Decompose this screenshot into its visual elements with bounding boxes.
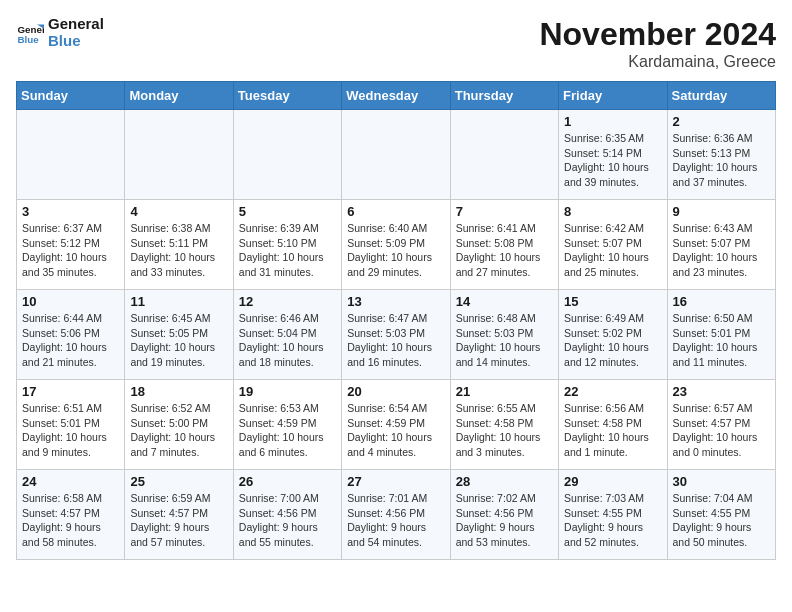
day-info: Sunrise: 6:56 AMSunset: 4:58 PMDaylight:… [564, 401, 661, 460]
day-number: 4 [130, 204, 227, 219]
day-info: Sunrise: 6:49 AMSunset: 5:02 PMDaylight:… [564, 311, 661, 370]
day-number: 16 [673, 294, 770, 309]
day-number: 24 [22, 474, 119, 489]
day-info: Sunrise: 6:51 AMSunset: 5:01 PMDaylight:… [22, 401, 119, 460]
table-row: 9Sunrise: 6:43 AMSunset: 5:07 PMDaylight… [667, 200, 775, 290]
table-row: 17Sunrise: 6:51 AMSunset: 5:01 PMDayligh… [17, 380, 125, 470]
day-number: 18 [130, 384, 227, 399]
day-info: Sunrise: 6:50 AMSunset: 5:01 PMDaylight:… [673, 311, 770, 370]
calendar-table: Sunday Monday Tuesday Wednesday Thursday… [16, 81, 776, 560]
day-number: 21 [456, 384, 553, 399]
calendar-week-row: 10Sunrise: 6:44 AMSunset: 5:06 PMDayligh… [17, 290, 776, 380]
table-row: 12Sunrise: 6:46 AMSunset: 5:04 PMDayligh… [233, 290, 341, 380]
day-info: Sunrise: 6:37 AMSunset: 5:12 PMDaylight:… [22, 221, 119, 280]
day-number: 10 [22, 294, 119, 309]
day-number: 14 [456, 294, 553, 309]
header-thursday: Thursday [450, 82, 558, 110]
table-row: 25Sunrise: 6:59 AMSunset: 4:57 PMDayligh… [125, 470, 233, 560]
day-info: Sunrise: 6:46 AMSunset: 5:04 PMDaylight:… [239, 311, 336, 370]
table-row: 30Sunrise: 7:04 AMSunset: 4:55 PMDayligh… [667, 470, 775, 560]
day-info: Sunrise: 7:00 AMSunset: 4:56 PMDaylight:… [239, 491, 336, 550]
location-title: Kardamaina, Greece [539, 53, 776, 71]
header-saturday: Saturday [667, 82, 775, 110]
table-row: 20Sunrise: 6:54 AMSunset: 4:59 PMDayligh… [342, 380, 450, 470]
day-number: 7 [456, 204, 553, 219]
day-number: 15 [564, 294, 661, 309]
day-info: Sunrise: 6:54 AMSunset: 4:59 PMDaylight:… [347, 401, 444, 460]
day-info: Sunrise: 6:38 AMSunset: 5:11 PMDaylight:… [130, 221, 227, 280]
table-row: 7Sunrise: 6:41 AMSunset: 5:08 PMDaylight… [450, 200, 558, 290]
table-row: 16Sunrise: 6:50 AMSunset: 5:01 PMDayligh… [667, 290, 775, 380]
table-row: 11Sunrise: 6:45 AMSunset: 5:05 PMDayligh… [125, 290, 233, 380]
day-number: 3 [22, 204, 119, 219]
table-row: 18Sunrise: 6:52 AMSunset: 5:00 PMDayligh… [125, 380, 233, 470]
table-row: 15Sunrise: 6:49 AMSunset: 5:02 PMDayligh… [559, 290, 667, 380]
day-number: 19 [239, 384, 336, 399]
table-row: 4Sunrise: 6:38 AMSunset: 5:11 PMDaylight… [125, 200, 233, 290]
calendar-week-row: 17Sunrise: 6:51 AMSunset: 5:01 PMDayligh… [17, 380, 776, 470]
day-number: 6 [347, 204, 444, 219]
day-number: 25 [130, 474, 227, 489]
title-area: November 2024 Kardamaina, Greece [539, 16, 776, 71]
table-row: 3Sunrise: 6:37 AMSunset: 5:12 PMDaylight… [17, 200, 125, 290]
day-info: Sunrise: 6:48 AMSunset: 5:03 PMDaylight:… [456, 311, 553, 370]
table-row [450, 110, 558, 200]
day-number: 26 [239, 474, 336, 489]
day-number: 22 [564, 384, 661, 399]
header-tuesday: Tuesday [233, 82, 341, 110]
day-number: 17 [22, 384, 119, 399]
day-number: 30 [673, 474, 770, 489]
page-header: General Blue General Blue November 2024 … [16, 16, 776, 71]
table-row: 28Sunrise: 7:02 AMSunset: 4:56 PMDayligh… [450, 470, 558, 560]
day-number: 20 [347, 384, 444, 399]
day-info: Sunrise: 6:59 AMSunset: 4:57 PMDaylight:… [130, 491, 227, 550]
calendar-week-row: 3Sunrise: 6:37 AMSunset: 5:12 PMDaylight… [17, 200, 776, 290]
table-row: 2Sunrise: 6:36 AMSunset: 5:13 PMDaylight… [667, 110, 775, 200]
day-info: Sunrise: 6:57 AMSunset: 4:57 PMDaylight:… [673, 401, 770, 460]
day-info: Sunrise: 6:53 AMSunset: 4:59 PMDaylight:… [239, 401, 336, 460]
day-number: 11 [130, 294, 227, 309]
header-wednesday: Wednesday [342, 82, 450, 110]
day-info: Sunrise: 7:03 AMSunset: 4:55 PMDaylight:… [564, 491, 661, 550]
table-row: 13Sunrise: 6:47 AMSunset: 5:03 PMDayligh… [342, 290, 450, 380]
table-row: 21Sunrise: 6:55 AMSunset: 4:58 PMDayligh… [450, 380, 558, 470]
day-number: 2 [673, 114, 770, 129]
day-number: 12 [239, 294, 336, 309]
day-number: 8 [564, 204, 661, 219]
calendar-week-row: 24Sunrise: 6:58 AMSunset: 4:57 PMDayligh… [17, 470, 776, 560]
day-info: Sunrise: 7:01 AMSunset: 4:56 PMDaylight:… [347, 491, 444, 550]
day-number: 13 [347, 294, 444, 309]
day-info: Sunrise: 6:43 AMSunset: 5:07 PMDaylight:… [673, 221, 770, 280]
table-row: 10Sunrise: 6:44 AMSunset: 5:06 PMDayligh… [17, 290, 125, 380]
day-info: Sunrise: 6:47 AMSunset: 5:03 PMDaylight:… [347, 311, 444, 370]
day-info: Sunrise: 6:58 AMSunset: 4:57 PMDaylight:… [22, 491, 119, 550]
table-row: 26Sunrise: 7:00 AMSunset: 4:56 PMDayligh… [233, 470, 341, 560]
logo-line1: General [48, 15, 104, 32]
day-number: 23 [673, 384, 770, 399]
table-row [17, 110, 125, 200]
table-row: 27Sunrise: 7:01 AMSunset: 4:56 PMDayligh… [342, 470, 450, 560]
svg-text:Blue: Blue [17, 33, 39, 44]
day-info: Sunrise: 6:35 AMSunset: 5:14 PMDaylight:… [564, 131, 661, 190]
day-number: 28 [456, 474, 553, 489]
day-number: 9 [673, 204, 770, 219]
table-row: 8Sunrise: 6:42 AMSunset: 5:07 PMDaylight… [559, 200, 667, 290]
calendar-week-row: 1Sunrise: 6:35 AMSunset: 5:14 PMDaylight… [17, 110, 776, 200]
header-friday: Friday [559, 82, 667, 110]
table-row: 1Sunrise: 6:35 AMSunset: 5:14 PMDaylight… [559, 110, 667, 200]
day-info: Sunrise: 6:41 AMSunset: 5:08 PMDaylight:… [456, 221, 553, 280]
day-info: Sunrise: 6:42 AMSunset: 5:07 PMDaylight:… [564, 221, 661, 280]
table-row: 14Sunrise: 6:48 AMSunset: 5:03 PMDayligh… [450, 290, 558, 380]
table-row: 29Sunrise: 7:03 AMSunset: 4:55 PMDayligh… [559, 470, 667, 560]
day-info: Sunrise: 6:40 AMSunset: 5:09 PMDaylight:… [347, 221, 444, 280]
logo-line2: Blue [48, 32, 81, 49]
table-row: 5Sunrise: 6:39 AMSunset: 5:10 PMDaylight… [233, 200, 341, 290]
day-info: Sunrise: 6:52 AMSunset: 5:00 PMDaylight:… [130, 401, 227, 460]
logo: General Blue General Blue [16, 16, 104, 49]
day-info: Sunrise: 6:55 AMSunset: 4:58 PMDaylight:… [456, 401, 553, 460]
day-info: Sunrise: 7:02 AMSunset: 4:56 PMDaylight:… [456, 491, 553, 550]
day-info: Sunrise: 6:36 AMSunset: 5:13 PMDaylight:… [673, 131, 770, 190]
day-info: Sunrise: 6:39 AMSunset: 5:10 PMDaylight:… [239, 221, 336, 280]
table-row: 23Sunrise: 6:57 AMSunset: 4:57 PMDayligh… [667, 380, 775, 470]
day-number: 1 [564, 114, 661, 129]
